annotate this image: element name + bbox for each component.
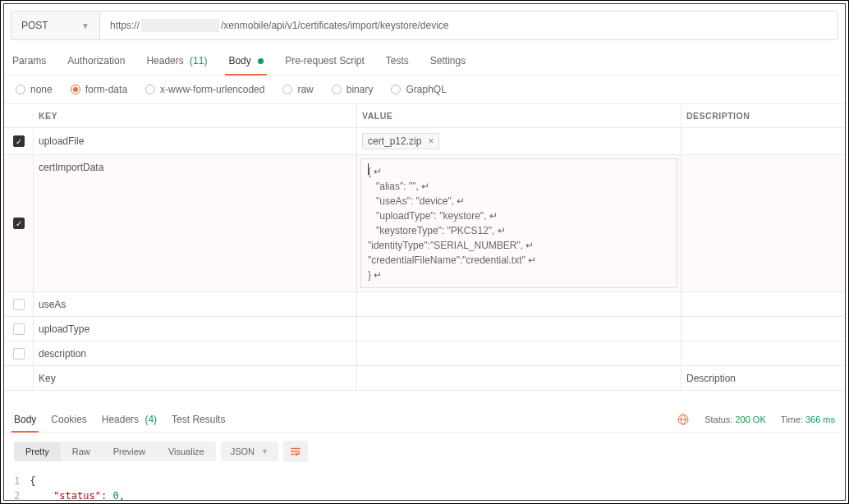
- chevron-down-icon: ▼: [261, 447, 268, 456]
- chevron-down-icon: ▼: [81, 21, 89, 30]
- response-tab-body[interactable]: Body: [14, 407, 36, 432]
- response-tab-headers[interactable]: Headers (4): [102, 407, 157, 432]
- url-prefix: https://: [110, 20, 140, 31]
- desc-cell[interactable]: [681, 155, 845, 291]
- radio-graphql[interactable]: GraphQL: [391, 84, 446, 95]
- key-cell[interactable]: uploadType: [34, 317, 357, 341]
- row-checkbox[interactable]: ✓: [13, 218, 25, 229]
- key-cell[interactable]: certImportData: [34, 155, 357, 291]
- radio-icon: [16, 85, 25, 94]
- radio-raw-label: raw: [297, 84, 313, 95]
- view-visualize-button[interactable]: Visualize: [157, 442, 216, 461]
- body-modified-indicator: [258, 58, 264, 64]
- radio-icon: [71, 85, 80, 94]
- view-raw-button[interactable]: Raw: [61, 442, 102, 461]
- view-pretty-button[interactable]: Pretty: [14, 442, 61, 461]
- value-cell[interactable]: [357, 292, 681, 316]
- row-checkbox[interactable]: ✓: [13, 135, 25, 147]
- response-format-label: JSON: [231, 447, 255, 456]
- response-tab-headers-label: Headers: [102, 414, 139, 425]
- desc-cell[interactable]: [681, 128, 845, 154]
- url-path: /xenmobile/api/v1/certificates/import/ke…: [221, 20, 448, 31]
- radio-urlencoded[interactable]: x-www-form-urlencoded: [145, 84, 264, 95]
- time-label: Time:: [781, 415, 803, 424]
- header-description: DESCRIPTION: [681, 104, 845, 127]
- wrap-icon: [290, 446, 301, 457]
- remove-file-icon[interactable]: ×: [428, 135, 434, 147]
- value-cell[interactable]: { ↵ "alias": "", ↵ "useAs": "device", ↵ …: [357, 155, 681, 291]
- response-tab-headers-count: (4): [145, 414, 157, 425]
- radio-formdata[interactable]: form-data: [71, 84, 127, 95]
- file-chip: cert_p12.zip ×: [362, 133, 439, 149]
- radio-graphql-label: GraphQL: [406, 84, 446, 95]
- wrap-lines-button[interactable]: [283, 441, 308, 462]
- table-row: ✓ uploadFile cert_p12.zip ×: [4, 128, 845, 155]
- radio-binary[interactable]: binary: [332, 84, 374, 95]
- key-cell-placeholder[interactable]: Key: [34, 366, 357, 390]
- file-name: cert_p12.zip: [368, 135, 421, 147]
- tab-authorization[interactable]: Authorization: [67, 47, 125, 75]
- table-row: uploadType: [4, 317, 845, 341]
- tab-headers-label: Headers: [146, 55, 183, 66]
- code-content: { "status": 0, "message": "Success", "su…: [30, 474, 178, 504]
- radio-formdata-label: form-data: [85, 84, 127, 95]
- row-checkbox[interactable]: [13, 348, 25, 360]
- radio-raw[interactable]: raw: [282, 84, 313, 95]
- radio-none-label: none: [30, 84, 53, 95]
- url-input[interactable]: https:// /xenmobile/api/v1/certificates/…: [99, 11, 838, 40]
- view-preview-button[interactable]: Preview: [102, 442, 157, 461]
- tab-prerequest[interactable]: Pre-request Script: [285, 47, 365, 75]
- value-cell[interactable]: [357, 366, 681, 390]
- tab-headers-count: (11): [190, 55, 207, 66]
- radio-icon: [145, 85, 155, 94]
- value-cell[interactable]: [357, 341, 681, 365]
- value-cell[interactable]: [357, 317, 681, 341]
- status-value: 200 OK: [735, 415, 765, 424]
- tab-params[interactable]: Params: [12, 47, 46, 75]
- radio-icon: [282, 85, 292, 94]
- response-tab-cookies[interactable]: Cookies: [51, 407, 86, 432]
- key-cell[interactable]: useAs: [34, 292, 357, 316]
- table-row: ✓ certImportData { ↵ "alias": "", ↵ "use…: [4, 155, 845, 292]
- tab-settings[interactable]: Settings: [430, 47, 466, 75]
- json-value-input[interactable]: { ↵ "alias": "", ↵ "useAs": "device", ↵ …: [360, 158, 677, 288]
- response-format-select[interactable]: JSON ▼: [221, 442, 278, 461]
- tab-body[interactable]: Body: [228, 47, 264, 75]
- key-cell[interactable]: description: [34, 341, 357, 365]
- time-meta[interactable]: Time: 366 ms: [781, 415, 835, 424]
- table-row-new: Key Description: [4, 366, 845, 391]
- network-globe-icon[interactable]: [677, 413, 690, 426]
- value-cell[interactable]: cert_p12.zip ×: [357, 128, 681, 154]
- header-value: VALUE: [357, 104, 681, 127]
- tab-headers[interactable]: Headers (11): [146, 47, 207, 75]
- status-label: Status:: [704, 415, 732, 424]
- table-row: description: [4, 341, 845, 366]
- radio-icon: [391, 85, 401, 94]
- radio-none[interactable]: none: [16, 84, 53, 95]
- http-method-select[interactable]: POST ▼: [11, 11, 99, 40]
- desc-cell[interactable]: [681, 292, 845, 316]
- row-checkbox[interactable]: [13, 299, 25, 310]
- radio-urlencoded-label: x-www-form-urlencoded: [160, 84, 264, 95]
- desc-cell[interactable]: [681, 317, 845, 341]
- time-value: 366 ms: [805, 415, 835, 424]
- key-cell[interactable]: uploadFile: [34, 128, 357, 154]
- row-checkbox[interactable]: [13, 323, 25, 335]
- response-tab-testresults[interactable]: Test Results: [172, 407, 225, 432]
- response-view-group: Pretty Raw Preview Visualize: [14, 442, 216, 461]
- status-meta[interactable]: Status: 200 OK: [704, 415, 766, 424]
- tab-tests[interactable]: Tests: [386, 47, 409, 75]
- response-body[interactable]: 1234567 { "status": 0, "message": "Succe…: [4, 470, 845, 504]
- http-method-label: POST: [21, 20, 48, 31]
- tab-body-label: Body: [228, 55, 250, 66]
- radio-binary-label: binary: [346, 84, 374, 95]
- desc-cell[interactable]: [681, 341, 845, 365]
- radio-icon: [332, 85, 342, 94]
- formdata-table: KEY VALUE DESCRIPTION ✓ uploadFile cert_…: [4, 103, 845, 391]
- table-row: useAs: [4, 292, 845, 317]
- line-number-gutter: 1234567: [14, 474, 30, 504]
- url-redacted-host: [141, 19, 219, 32]
- header-key: KEY: [34, 104, 357, 127]
- desc-cell-placeholder[interactable]: Description: [681, 366, 845, 390]
